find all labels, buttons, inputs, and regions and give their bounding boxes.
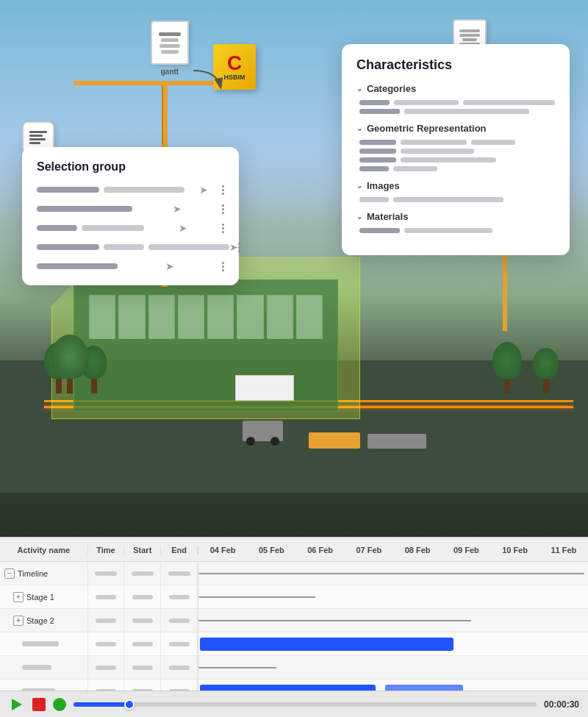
gantt-header: Activity name Time Start End 04 Feb 05 F…	[0, 538, 588, 562]
char-bar	[401, 140, 467, 145]
placeholder-bar	[96, 666, 116, 670]
expand-button[interactable]: +	[13, 616, 24, 626]
dot-menu[interactable]	[222, 224, 224, 233]
activity-label: Timeline	[18, 569, 48, 578]
window	[237, 295, 263, 339]
window	[178, 295, 204, 339]
gantt-icon-container: gantt	[151, 21, 189, 76]
gantt-line	[161, 38, 179, 42]
truck-container	[235, 375, 294, 401]
window	[296, 295, 323, 339]
gantt-row-left: + Stage 1	[0, 585, 198, 608]
bar	[37, 187, 99, 193]
placeholder-bar	[169, 666, 190, 670]
gantt-bar-area	[198, 632, 588, 655]
char-bar	[401, 149, 474, 154]
time-cell	[88, 632, 125, 655]
icon-line	[29, 138, 46, 140]
placeholder-bar	[96, 618, 116, 623]
placeholder-bar	[169, 595, 190, 599]
vehicle-3	[368, 434, 426, 449]
row-bars	[37, 187, 184, 193]
chevron-down-icon: ⌄	[356, 213, 362, 221]
selection-row: ➤	[37, 260, 224, 272]
gantt-row-stage2: + Stage 2	[0, 609, 588, 632]
row-bars	[37, 225, 144, 231]
end-cell	[161, 585, 198, 608]
selection-row: ➤	[37, 184, 224, 196]
play-icon	[12, 699, 22, 710]
char-bar	[404, 109, 529, 114]
placeholder-bar	[132, 642, 153, 646]
gantt-toolbar: 00:00:30	[0, 691, 588, 717]
record-button[interactable]	[53, 698, 66, 711]
start-cell	[124, 562, 161, 585]
gantt-line	[159, 44, 180, 48]
chevron-down-icon: ⌄	[356, 182, 362, 190]
placeholder-bar	[95, 571, 117, 576]
end-cell	[161, 656, 198, 679]
categories-header[interactable]: ⌄ Categories	[356, 83, 555, 94]
geometric-header[interactable]: ⌄ Geometric Representation	[356, 123, 555, 134]
date-header: 09 Feb	[442, 546, 490, 554]
date-header: 11 Feb	[539, 546, 588, 554]
char-bar-row	[359, 100, 555, 105]
placeholder-bar	[132, 571, 154, 576]
char-bar	[359, 100, 390, 105]
chevron-down-icon: ⌄	[356, 85, 362, 93]
materials-header[interactable]: ⌄ Materials	[356, 211, 555, 222]
play-button[interactable]	[9, 696, 25, 713]
date-header: 05 Feb	[247, 546, 295, 554]
images-section: ⌄ Images	[356, 180, 555, 202]
materials-bars	[356, 228, 555, 233]
timeline-track[interactable]	[74, 702, 537, 707]
send-icon: ➤	[173, 203, 182, 215]
dot-menu[interactable]	[222, 204, 224, 214]
gantt-row-left: + Stage 2	[0, 609, 198, 632]
chevron-down-icon: ⌄	[356, 124, 362, 132]
gantt-left-header: Activity name Time Start End	[0, 546, 198, 554]
window	[267, 295, 293, 339]
stop-button[interactable]	[32, 698, 46, 711]
materials-label: Materials	[367, 211, 408, 222]
start-cell	[124, 656, 161, 679]
doc-line	[459, 29, 480, 32]
bar	[104, 244, 144, 250]
expand-button[interactable]: −	[4, 568, 15, 579]
gantt-row-timeline: − Timeline	[0, 562, 588, 585]
placeholder-bar	[96, 595, 116, 599]
bar	[37, 225, 77, 231]
images-header[interactable]: ⌄ Images	[356, 180, 555, 191]
date-header: 04 Feb	[198, 546, 247, 554]
char-bar-row	[359, 140, 555, 145]
dot-menu[interactable]	[222, 262, 224, 271]
placeholder-bar	[168, 571, 190, 576]
tree	[51, 335, 88, 393]
dot-menu[interactable]	[238, 243, 240, 252]
dot-menu[interactable]	[222, 185, 224, 195]
icon-line	[29, 135, 43, 137]
end-cell	[161, 632, 198, 655]
start-cell	[124, 609, 161, 632]
selection-row: ➤	[37, 222, 224, 234]
expand-button[interactable]: +	[13, 592, 24, 602]
date-header: 06 Feb	[296, 546, 345, 554]
gantt-row-task1	[0, 632, 588, 656]
window	[148, 295, 175, 339]
categories-bars	[356, 100, 555, 114]
building-body	[74, 279, 338, 412]
char-bar-row	[359, 157, 555, 163]
gantt-activity-name	[0, 656, 88, 679]
window	[89, 295, 115, 339]
gantt-activity-name: + Stage 2	[0, 609, 88, 632]
gantt-activity-name: + Stage 1	[0, 585, 88, 608]
vehicle-1	[243, 421, 283, 441]
char-bar-row	[359, 197, 555, 202]
gantt-row-task2	[0, 656, 588, 679]
vehicle-2	[309, 432, 360, 449]
start-cell	[124, 585, 161, 608]
char-bar	[463, 100, 555, 105]
timeline-thumb[interactable]	[124, 699, 135, 710]
time-cell	[88, 609, 125, 632]
char-bar	[359, 157, 396, 163]
